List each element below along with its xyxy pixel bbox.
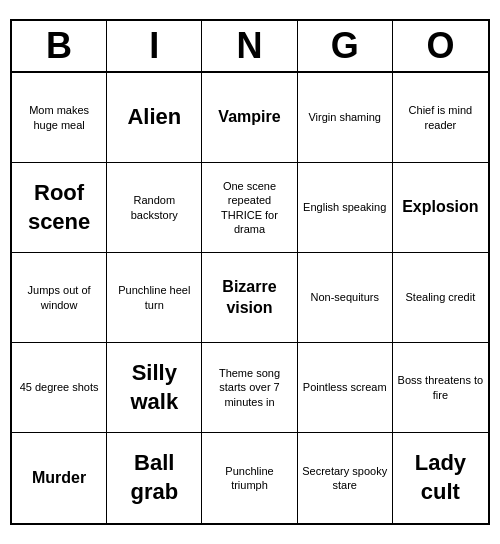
bingo-cell-5: Roof scene (12, 163, 107, 253)
bingo-letter-i: I (107, 21, 202, 71)
bingo-letter-b: B (12, 21, 107, 71)
bingo-letter-g: G (298, 21, 393, 71)
bingo-cell-20: Murder (12, 433, 107, 523)
bingo-cell-24: Lady cult (393, 433, 488, 523)
bingo-cell-7: One scene repeated THRICE for drama (202, 163, 297, 253)
bingo-cell-13: Non-sequiturs (298, 253, 393, 343)
bingo-cell-17: Theme song starts over 7 minutes in (202, 343, 297, 433)
bingo-card: BINGO Mom makes huge mealAlienVampireVir… (10, 19, 490, 525)
bingo-cell-18: Pointless scream (298, 343, 393, 433)
bingo-cell-0: Mom makes huge meal (12, 73, 107, 163)
bingo-cell-22: Punchline triumph (202, 433, 297, 523)
bingo-cell-2: Vampire (202, 73, 297, 163)
bingo-cell-21: Ball grab (107, 433, 202, 523)
bingo-cell-15: 45 degree shots (12, 343, 107, 433)
bingo-cell-12: Bizarre vision (202, 253, 297, 343)
bingo-letter-n: N (202, 21, 297, 71)
bingo-header: BINGO (12, 21, 488, 73)
bingo-cell-3: Virgin shaming (298, 73, 393, 163)
bingo-cell-4: Chief is mind reader (393, 73, 488, 163)
bingo-cell-6: Random backstory (107, 163, 202, 253)
bingo-cell-9: Explosion (393, 163, 488, 253)
bingo-cell-23: Secretary spooky stare (298, 433, 393, 523)
bingo-letter-o: O (393, 21, 488, 71)
bingo-cell-11: Punchline heel turn (107, 253, 202, 343)
bingo-cell-19: Boss threatens to fire (393, 343, 488, 433)
bingo-cell-8: English speaking (298, 163, 393, 253)
bingo-cell-10: Jumps out of window (12, 253, 107, 343)
bingo-cell-1: Alien (107, 73, 202, 163)
bingo-cell-14: Stealing credit (393, 253, 488, 343)
bingo-grid: Mom makes huge mealAlienVampireVirgin sh… (12, 73, 488, 523)
bingo-cell-16: Silly walk (107, 343, 202, 433)
